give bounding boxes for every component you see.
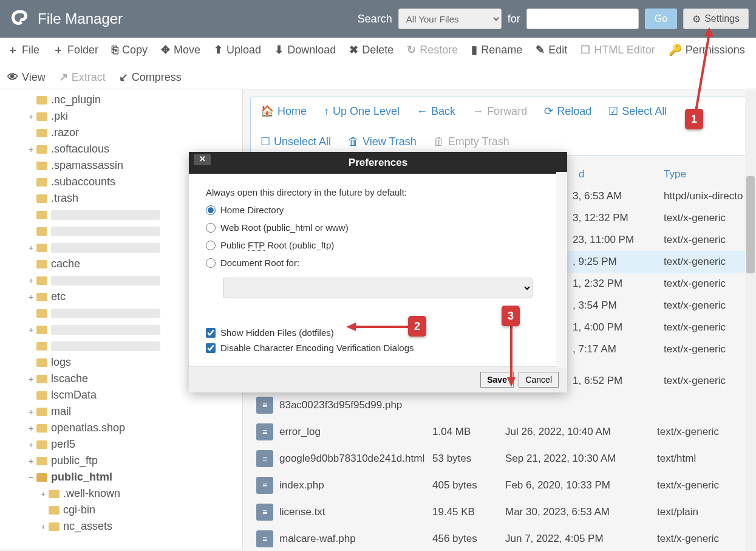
- tree-item[interactable]: +.well-known: [0, 485, 242, 502]
- expander-icon[interactable]: [39, 505, 47, 515]
- folder-icon: [36, 129, 47, 137]
- expander-icon[interactable]: +: [27, 374, 35, 384]
- tree-item[interactable]: +nc_assets: [0, 518, 242, 535]
- expander-icon[interactable]: +: [27, 243, 35, 253]
- expander-icon[interactable]: [27, 227, 35, 236]
- expander-icon[interactable]: +: [27, 407, 35, 417]
- folder-icon: [36, 293, 47, 301]
- tree-item[interactable]: .razor: [0, 125, 242, 141]
- expander-icon[interactable]: [27, 177, 35, 187]
- expander-icon[interactable]: +: [39, 489, 47, 499]
- svg-marker-3: [346, 323, 356, 331]
- expander-icon[interactable]: +: [27, 276, 35, 286]
- expander-icon[interactable]: [27, 259, 35, 269]
- table-row[interactable]: ≡license.txt19.45 KBMar 30, 2023, 6:53 A…: [250, 499, 749, 525]
- col-date[interactable]: d: [579, 168, 664, 180]
- scrollbar[interactable]: [745, 91, 756, 551]
- expander-icon[interactable]: +: [27, 145, 35, 154]
- empty-trash-button[interactable]: 🗑Empty Trash: [434, 135, 509, 148]
- expander-icon[interactable]: [27, 161, 35, 171]
- restore-button[interactable]: ↻Restore: [407, 43, 458, 57]
- view-trash-button[interactable]: 🗑View Trash: [348, 135, 417, 148]
- expander-icon[interactable]: [27, 391, 35, 400]
- expander-icon[interactable]: +: [27, 456, 35, 466]
- table-row[interactable]: ≡index.php405 bytesFeb 6, 2020, 10:33 PM…: [250, 472, 749, 499]
- expander-icon[interactable]: +: [27, 423, 35, 433]
- select-all-button[interactable]: ☑Select All: [608, 104, 667, 118]
- radio-web-root[interactable]: Web Root (public_html or www): [206, 222, 550, 233]
- folder-icon: [36, 473, 47, 482]
- dialog-title: ✕ Preferences: [189, 152, 567, 174]
- upload-icon: ⬆: [214, 43, 223, 56]
- tree-item[interactable]: cgi-bin: [0, 502, 242, 518]
- tree-item[interactable]: +.pki: [0, 108, 242, 125]
- col-type[interactable]: Type: [664, 168, 749, 180]
- folder-icon: [36, 96, 47, 104]
- move-button[interactable]: ✥Move: [161, 43, 200, 57]
- tree-item[interactable]: .nc_plugin: [0, 92, 242, 108]
- expander-icon[interactable]: [27, 358, 35, 368]
- tree-item[interactable]: +mail: [0, 403, 242, 420]
- table-row[interactable]: ≡google9d0bb78310de241d.html53 bytesSep …: [250, 445, 749, 472]
- folder-icon: [49, 506, 60, 515]
- unselect-all-button[interactable]: ☐Unselect All: [261, 135, 331, 148]
- tree-label: cgi-bin: [63, 504, 95, 516]
- expander-icon[interactable]: [27, 210, 35, 220]
- copy-button[interactable]: ⎘Copy: [112, 43, 148, 57]
- cancel-button[interactable]: Cancel: [519, 372, 559, 388]
- folder-icon: [36, 244, 47, 252]
- expander-icon[interactable]: +: [27, 292, 35, 302]
- go-button[interactable]: Go: [645, 9, 677, 29]
- close-button[interactable]: ✕: [194, 154, 211, 165]
- delete-button[interactable]: ✖Delete: [349, 43, 393, 57]
- tree-item[interactable]: +openatlas.shop: [0, 420, 242, 436]
- expander-icon[interactable]: +: [27, 440, 35, 450]
- folder-button[interactable]: ＋Folder: [53, 43, 98, 57]
- expander-icon[interactable]: +: [27, 112, 35, 121]
- check-disable-encoding[interactable]: Disable Character Encoding Verification …: [206, 343, 550, 353]
- expander-icon[interactable]: [27, 128, 35, 138]
- download-icon: ⬇: [274, 43, 284, 56]
- compress-button[interactable]: ↙Compress: [119, 70, 182, 84]
- tree-item[interactable]: +perl5: [0, 436, 242, 453]
- reload-button[interactable]: ⟳Reload: [544, 104, 591, 118]
- radio-home-dir[interactable]: Home Directory: [206, 205, 550, 215]
- expander-icon[interactable]: [27, 341, 35, 351]
- search-scope-select[interactable]: All Your Files: [398, 9, 502, 29]
- expander-icon[interactable]: [27, 309, 35, 318]
- settings-button[interactable]: ⚙ Settings: [683, 9, 749, 29]
- folder-icon: [36, 194, 47, 203]
- back-button[interactable]: ←Back: [417, 104, 455, 118]
- check-icon: ☑: [608, 104, 618, 118]
- forward-button[interactable]: →Forward: [472, 104, 527, 118]
- radio-ftp-root[interactable]: Public FTP Root (public_ftp): [206, 240, 550, 250]
- expander-icon[interactable]: [27, 194, 35, 204]
- expander-icon[interactable]: [27, 95, 35, 105]
- download-button[interactable]: ⬇Download: [274, 43, 336, 57]
- redacted-label: [51, 276, 160, 286]
- tree-item[interactable]: +public_ftp: [0, 453, 242, 469]
- copy-icon: ⎘: [112, 44, 118, 56]
- extract-button[interactable]: ↗Extract: [59, 70, 106, 84]
- up-button[interactable]: ↑Up One Level: [324, 104, 400, 118]
- edit-button[interactable]: ✎Edit: [536, 43, 567, 57]
- rename-button[interactable]: ▮Rename: [471, 43, 522, 57]
- search-input[interactable]: [526, 9, 639, 29]
- table-row[interactable]: ≡malcare-waf.php456 bytesJun 7, 2022, 4:…: [250, 525, 749, 549]
- table-row[interactable]: ≡error_log1.04 MBJul 26, 2022, 10:40 AMt…: [250, 419, 749, 445]
- file-button[interactable]: ＋File: [7, 43, 39, 57]
- expander-icon[interactable]: −: [27, 473, 35, 482]
- tree-label: logs: [51, 356, 71, 369]
- view-button[interactable]: 👁View: [7, 70, 46, 84]
- expander-icon[interactable]: +: [39, 522, 47, 532]
- upload-button[interactable]: ⬆Upload: [214, 43, 261, 57]
- table-row[interactable]: ≡83ac0023f3d95f95d99.php: [250, 392, 749, 419]
- tree-item[interactable]: −public_html: [0, 469, 242, 485]
- radio-doc-root[interactable]: Document Root for:: [206, 258, 550, 268]
- html-editor-button[interactable]: ☐HTML Editor: [581, 43, 655, 57]
- redacted-label: [51, 210, 160, 220]
- home-button[interactable]: 🏠Home: [261, 104, 307, 118]
- expander-icon[interactable]: +: [27, 325, 35, 335]
- folder-icon: [49, 490, 60, 498]
- doc-root-select[interactable]: [223, 278, 533, 298]
